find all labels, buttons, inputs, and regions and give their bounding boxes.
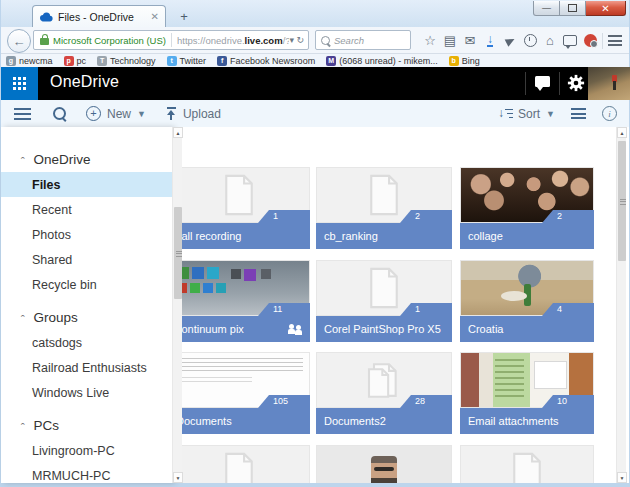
address-bar[interactable]: Microsoft Corporation (US) https://onedr… — [33, 30, 309, 50]
tile-name-label: Documents — [168, 415, 310, 427]
bookmark-label: Bing — [462, 56, 480, 66]
minimize-button[interactable]: — — [533, 1, 560, 16]
reload-icon[interactable]: ↻ — [296, 35, 304, 45]
file-tile-documents[interactable]: Documents105 — [168, 352, 310, 434]
settings-gear-icon[interactable] — [567, 74, 585, 96]
main-scrollbar[interactable]: ▲ ▼ — [616, 127, 626, 483]
url-text[interactable]: https://onedrive.live.com/?cid=26CC25C80… — [177, 35, 289, 46]
file-tile[interactable] — [168, 445, 310, 483]
sidebar-item-mrmuch-pc[interactable]: MRMUCH-PC — [1, 463, 172, 487]
sidebar-item-railroad-enthusiasts[interactable]: Railroad Enthusiasts — [1, 355, 172, 380]
sidebar-item-shared[interactable]: Shared — [1, 247, 172, 272]
start-tile — [231, 269, 241, 279]
pane-toggle-icon[interactable] — [14, 105, 31, 123]
file-tile[interactable] — [316, 445, 452, 483]
bookmark-star-icon[interactable]: ☆ — [420, 30, 440, 51]
send-tab-icon[interactable] — [500, 30, 520, 51]
sidebar-item-livingroom-pc[interactable]: Livingroom-PC — [1, 438, 172, 463]
toolbar-search-icon[interactable] — [53, 107, 66, 120]
tile-name-label: cb_ranking — [316, 230, 452, 242]
file-tile-collage[interactable]: collage2 — [460, 167, 594, 249]
new-button[interactable]: + New ▼ — [86, 106, 146, 121]
menu-icon[interactable] — [605, 30, 625, 51]
bookmark-item[interactable]: gnewcma — [6, 56, 53, 66]
close-button[interactable]: ✕ — [586, 1, 626, 16]
sort-button[interactable]: Sort — [518, 107, 540, 121]
view-list-icon[interactable] — [571, 106, 586, 122]
mail-icon[interactable]: ✉ — [460, 30, 480, 51]
folder-name-band: Email attachments — [460, 408, 594, 434]
profile-photo[interactable] — [588, 67, 630, 100]
sidebar-scrollbar[interactable]: ▲ ▼ — [172, 127, 182, 483]
sidebar-section-onedrive[interactable]: ⌃OneDrive — [1, 147, 172, 172]
browser-action-icons: ☆▤✉↓⌂ — [420, 30, 625, 51]
bookmark-label: Technology — [110, 56, 156, 66]
scrollbar-thumb[interactable] — [174, 207, 182, 299]
file-tile-cb-ranking[interactable]: cb_ranking2 — [316, 167, 452, 249]
file-tile-email-attachments[interactable]: Email attachments10 — [460, 352, 594, 434]
sidebar-item-recent[interactable]: Recent — [1, 197, 172, 222]
bookmark-item[interactable]: TTechnology — [97, 56, 156, 66]
back-button[interactable]: ← — [7, 29, 31, 53]
chevron-up-icon: ⌃ — [19, 422, 27, 430]
downloads-icon[interactable]: ↓ — [480, 30, 500, 51]
folder-name-band: call recording — [168, 223, 310, 249]
scrollbar-thumb[interactable] — [618, 141, 626, 261]
search-placeholder: Search — [334, 35, 364, 46]
file-tile[interactable] — [460, 445, 594, 483]
plus-icon: + — [86, 106, 101, 121]
start-tile — [261, 269, 271, 279]
messages-icon[interactable] — [560, 30, 580, 51]
maximize-button[interactable] — [560, 1, 586, 16]
start-tile — [190, 283, 200, 293]
bookmark-item[interactable]: ppc — [64, 56, 87, 66]
scroll-down-arrow[interactable]: ▼ — [173, 472, 183, 483]
file-tile-corel-paintshop-pro-x5[interactable]: Corel PaintShop Pro X51 — [316, 260, 452, 342]
sidebar-section-pcs[interactable]: ⌃PCs — [1, 413, 172, 438]
scroll-up-arrow[interactable]: ▲ — [617, 127, 627, 138]
tab-files-onedrive[interactable]: Files - OneDrive ✕ — [32, 5, 166, 27]
toolbar-divider — [602, 33, 603, 49]
bookmark-favicon: M — [326, 56, 336, 66]
url-dropdown-icon[interactable]: ▾ — [289, 35, 294, 45]
file-tile-continuum-pix[interactable]: continuum pix11 — [168, 260, 310, 342]
home-icon[interactable]: ⌂ — [540, 30, 560, 51]
tile-name-label: continuum pix — [168, 323, 288, 335]
addon-icon[interactable] — [580, 30, 600, 51]
app-title[interactable]: OneDrive — [50, 73, 119, 91]
file-tile-documents2[interactable]: Documents228 — [316, 352, 452, 434]
sidebar-item-catsdogs[interactable]: catsdogs — [1, 330, 172, 355]
bookmark-item[interactable]: M(6068 unread) - mikem... — [326, 56, 438, 66]
upload-button[interactable]: Upload — [166, 107, 221, 121]
tab-title: Files - OneDrive — [58, 11, 147, 23]
scroll-up-arrow[interactable]: ▲ — [173, 127, 183, 138]
app-launcher-button[interactable] — [1, 67, 38, 100]
sidebar-section-groups[interactable]: ⌃Groups — [1, 305, 172, 330]
file-tile-croatia[interactable]: Croatia4 — [460, 260, 594, 342]
scroll-down-arrow[interactable]: ▼ — [617, 472, 627, 483]
sidebar-item-files[interactable]: Files — [1, 172, 172, 197]
bookmark-label: Twitter — [180, 56, 207, 66]
bookmark-item[interactable]: bBing — [449, 56, 480, 66]
bookmarks-panel-icon[interactable]: ▤ — [440, 30, 460, 51]
new-tab-button[interactable]: + — [173, 8, 195, 25]
header-divider — [559, 72, 560, 95]
sidebar-section-title: Groups — [34, 310, 78, 325]
bookmark-item[interactable]: fFacebook Newsroom — [217, 56, 315, 66]
feedback-icon[interactable] — [535, 76, 550, 87]
info-icon[interactable]: i — [602, 106, 617, 121]
header-divider — [525, 72, 526, 95]
search-icon — [321, 36, 330, 45]
history-icon[interactable] — [520, 30, 540, 51]
sidebar-item-photos[interactable]: Photos — [1, 222, 172, 247]
bookmark-favicon: t — [167, 56, 177, 66]
file-tile-call-recording[interactable]: call recording1 — [168, 167, 310, 249]
bookmarks-bar: gnewcmappcTTechnologytTwitterfFacebook N… — [1, 54, 629, 67]
bookmark-item[interactable]: tTwitter — [167, 56, 207, 66]
sidebar-section-title: PCs — [34, 418, 60, 433]
sidebar-item-windows-live[interactable]: Windows Live — [1, 380, 172, 405]
sidebar-item-recycle-bin[interactable]: Recycle bin — [1, 272, 172, 297]
search-bar[interactable]: Search — [315, 30, 411, 50]
tab-close-icon[interactable]: ✕ — [151, 11, 159, 22]
security-label[interactable]: Microsoft Corporation (US) — [53, 35, 166, 46]
